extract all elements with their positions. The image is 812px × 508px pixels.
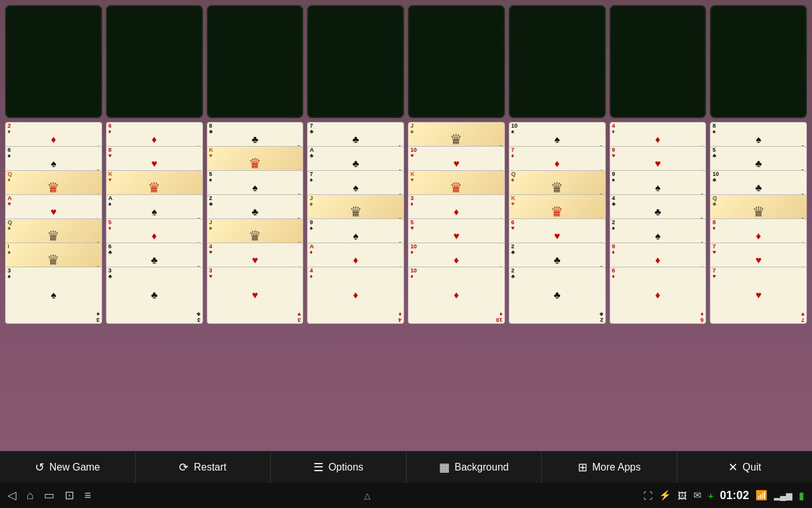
restart-label: Restart: [193, 462, 226, 473]
quit-label: Quit: [743, 462, 761, 473]
foundation-slot-7[interactable]: [610, 5, 707, 118]
chevron-up-icon: △: [364, 491, 370, 500]
tableau: 2♦ 2♦ ♦ 6♠ 6♠ ♠ Q♦ Q♦ ♛ A♥ A♥ ♥ Q♠ Q♠ ♛: [5, 122, 807, 437]
screenshot2-icon: 🖼: [678, 490, 687, 501]
tableau-col-3: 8♣ 8♣ ♣ K♥ K♥ ♛ 5♠ 5♠ ♠ 2♣ 2♣ ♣ J♠ J♠ ♛: [207, 122, 304, 437]
card-5-6[interactable]: 2♣ 2♣ ♣: [509, 267, 606, 324]
wifi-icon: 📶: [756, 490, 768, 501]
foundation-slot-5[interactable]: [408, 5, 505, 118]
fullscreen-icon: ⛶: [643, 490, 653, 501]
tableau-col-2: 6♦ 6♦ ♦ 8♥ 8♥ ♥ K♥ K♥ ♛ A♠ A♠ ♠ 5♦ 5♦ ♦: [106, 122, 203, 437]
more-apps-label: More Apps: [593, 462, 641, 473]
foundation-slot-8[interactable]: [710, 5, 807, 118]
signal-icon: ▂▄▆: [774, 491, 792, 500]
options-icon: ☰: [313, 460, 324, 474]
toolbar: ↺ New Game ⟳ Restart ☰ Options ▦ Backgro…: [0, 451, 812, 483]
email-icon: ✉: [693, 490, 702, 501]
tableau-col-8: 8♠ 8♠ ♠ 5♣ 5♣ ♣ 10♣ 10♣ ♣ Q♣ Q♣ ♛ 8♦ 8♦ …: [710, 122, 807, 437]
battery-icon: ▮: [799, 490, 804, 502]
foundation-slot-2[interactable]: [106, 5, 203, 118]
quit-button[interactable]: ✕ Quit: [678, 451, 813, 483]
tableau-col-7: 4♦ 4♦ ♦ 9♥ 9♥ ♥ 9♠ 9♠ ♠ 4♣ 4♣ ♣ 2♠ 2♠ ♠ …: [610, 122, 707, 437]
tableau-col-4: 7♣ 7♣ ♣ A♣ A♣ ♣ 7♠ 7♠ ♠ J♠ J♠ ♛ 9♠ 9♠ ♠: [307, 122, 404, 437]
card-6-6[interactable]: 6♦ 6♦ ♦: [610, 267, 707, 324]
tableau-col-1: 2♦ 2♦ ♦ 6♠ 6♠ ♠ Q♦ Q♦ ♛ A♥ A♥ ♥ Q♠ Q♠ ♛: [5, 122, 102, 437]
sys-nav: ◁ ⌂ ▭ ⊡ ≡: [8, 488, 91, 502]
tableau-col-6: 10♠ 10♠ ♠ 7♦ 7♦ ♦ Q♠ Q♠ ♛ K♥ K♥ ♛ 6♥ 6♥ …: [509, 122, 606, 437]
card-7-6[interactable]: 7♥ 7♥ ♥: [710, 267, 807, 324]
foundation-slot-3[interactable]: [207, 5, 304, 118]
usb-icon: ⚡: [659, 490, 671, 501]
restart-icon: ⟳: [179, 460, 188, 474]
system-bar: ◁ ⌂ ▭ ⊡ ≡ △ ⛶ ⚡ 🖼 ✉ + 01:02 📶 ▂▄▆ ▮: [0, 483, 812, 508]
recents-icon[interactable]: ▭: [44, 488, 55, 502]
card-2-6[interactable]: 3♥ 3♥ ♥: [207, 267, 304, 324]
new-game-label: New Game: [49, 462, 100, 473]
more-apps-icon: ⊞: [578, 460, 587, 474]
clock: 01:02: [720, 489, 749, 502]
home-icon[interactable]: ⌂: [27, 489, 34, 502]
restart-button[interactable]: ⟳ Restart: [136, 451, 272, 483]
foundation-slot-6[interactable]: [509, 5, 606, 118]
card-1-6[interactable]: 3♣ 3♣ ♣: [106, 267, 203, 324]
card-3-6[interactable]: 4♦ 4♦ ♦: [307, 267, 404, 324]
background-label: Background: [455, 462, 509, 473]
game-area: 2♦ 2♦ ♦ 6♠ 6♠ ♠ Q♦ Q♦ ♛ A♥ A♥ ♥ Q♠ Q♠ ♛: [0, 0, 812, 437]
new-game-icon: ↺: [35, 460, 44, 474]
back-icon[interactable]: ◁: [8, 488, 16, 502]
quit-icon: ✕: [728, 460, 738, 474]
options-button[interactable]: ☰ Options: [271, 451, 407, 483]
screenshot-icon[interactable]: ⊡: [65, 488, 74, 502]
card-4-6[interactable]: 10♦ 10♦ ♦: [408, 267, 505, 324]
card-0-6[interactable]: 3♠ 3♠ ♠: [5, 267, 102, 324]
foundation-slot-4[interactable]: [307, 5, 404, 118]
tableau-col-5: J♠ J♠ ♛ 10♥ 10♥ ♥ K♥ K♥ ♛ 3♦ 3♦ ♦ 5♥ 5♥ …: [408, 122, 505, 437]
foundation-slot-1[interactable]: [5, 5, 102, 118]
options-label: Options: [329, 462, 363, 473]
foundation-row: [5, 5, 807, 118]
plus-icon: +: [708, 490, 714, 501]
menu-icon[interactable]: ≡: [84, 489, 91, 502]
more-apps-button[interactable]: ⊞ More Apps: [542, 451, 678, 483]
background-button[interactable]: ▦ Background: [407, 451, 542, 483]
background-icon: ▦: [439, 460, 450, 474]
new-game-button[interactable]: ↺ New Game: [0, 451, 136, 483]
sys-status: ⛶ ⚡ 🖼 ✉ + 01:02 📶 ▂▄▆ ▮: [643, 489, 804, 502]
